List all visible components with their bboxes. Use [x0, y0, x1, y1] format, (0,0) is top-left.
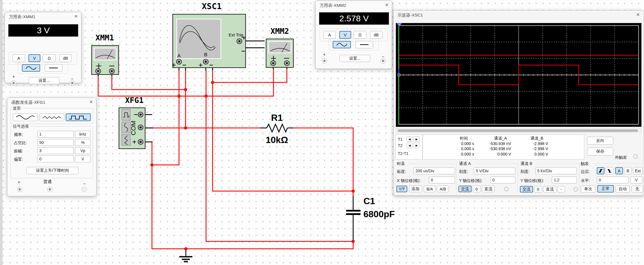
- channel-a-scale-input[interactable]: 5 V/Div: [474, 167, 515, 174]
- xmm2-mode-voltage[interactable]: V: [339, 31, 351, 39]
- channel-a-ypos-label: Y 轴位移(格):: [459, 178, 482, 183]
- sine-wave-icon: [15, 115, 36, 120]
- close-icon[interactable]: ×: [89, 99, 93, 105]
- t2-right-button[interactable]: ▶: [413, 143, 420, 148]
- xmm2-plus-label: +: [323, 52, 326, 57]
- xfg1-dialog-title: 函数发生器-XFG1: [11, 100, 45, 105]
- xfg1-ref-label: XFG1: [125, 96, 143, 105]
- falling-edge-icon: [607, 169, 612, 173]
- timebase-xpos-input[interactable]: 0: [429, 177, 455, 183]
- timebase-add-button[interactable]: 添加: [409, 186, 422, 192]
- timebase-yt-button[interactable]: Y/T: [396, 186, 407, 192]
- xmm1-dc-button[interactable]: [45, 64, 62, 72]
- falling-edge-button[interactable]: [606, 167, 613, 174]
- xmm2-minus-jack: [380, 58, 386, 63]
- t2-left-button[interactable]: ◀: [406, 143, 413, 148]
- t2-t1-label: T2-T1: [398, 151, 408, 156]
- amplitude-input[interactable]: 3: [37, 147, 74, 154]
- close-icon[interactable]: ×: [385, 2, 388, 8]
- xmm2-settings-button[interactable]: 设置...: [340, 55, 370, 62]
- t1-channel-b: -2.998 V: [520, 141, 548, 146]
- trigger-group-label: 触发: [581, 161, 589, 166]
- scope-dialog-title: 示波器-XSC1: [398, 13, 423, 18]
- trigger-auto-button[interactable]: 自动: [616, 186, 630, 192]
- readout-table: 时间 通道_A 通道_B 0.000 s -530.938 nV -2.998 …: [423, 134, 584, 160]
- trigger-level-label: 水平:: [581, 178, 590, 183]
- xmm1-dialog[interactable]: 万用表-XMM1 × 3 V A V Ω dB + − 设置...: [5, 12, 81, 83]
- left-panel-edge: [0, 0, 2, 265]
- offset-input[interactable]: 0: [37, 156, 74, 162]
- xmm1-mode-ohm[interactable]: Ω: [43, 54, 56, 62]
- waveform-square-button[interactable]: [66, 113, 91, 121]
- scope-scrollbar-thumb[interactable]: [398, 129, 638, 132]
- t2-t1-channel-b: 0.000 V: [520, 152, 548, 156]
- cursor-handle-icon[interactable]: [397, 23, 402, 26]
- save-button[interactable]: 保存: [587, 148, 613, 156]
- xmm1-mode-voltage[interactable]: V: [28, 54, 40, 62]
- timebase-ab-button[interactable]: A/B: [437, 186, 449, 192]
- trigger-normal-button[interactable]: 正常: [597, 185, 614, 192]
- xmm1-ac-button[interactable]: [22, 64, 40, 72]
- channel-a-zero-button[interactable]: 0: [473, 186, 481, 192]
- trigger-source-ext-button[interactable]: Ext: [633, 167, 643, 174]
- timebase-xpos-label: X 轴位移(格):: [397, 178, 420, 183]
- trigger-single-button[interactable]: 单次: [581, 186, 596, 192]
- trigger-none-button[interactable]: 无: [631, 186, 643, 192]
- xmm2-meter-screen: [269, 42, 291, 53]
- close-icon[interactable]: ×: [636, 12, 640, 17]
- xmm2-ac-button[interactable]: [333, 41, 351, 48]
- ext-trigger-ring: [633, 154, 638, 159]
- waveform-triangle-button[interactable]: [39, 113, 64, 121]
- channel-b-ypos-input[interactable]: 1.2: [552, 177, 577, 183]
- duty-input[interactable]: 50: [37, 139, 74, 146]
- t1-left-button[interactable]: ◀: [406, 136, 413, 142]
- xmm1-ref-label: XMM1: [95, 33, 114, 42]
- timebase-scale-input[interactable]: 200 us/Div: [413, 167, 455, 174]
- xfg1-plus-label: +: [18, 180, 20, 185]
- xmm2-mode-current[interactable]: A: [323, 31, 336, 39]
- channel-a-ac-button[interactable]: 交流: [458, 186, 472, 192]
- xmm1-settings-button[interactable]: 设置...: [29, 77, 59, 84]
- trigger-source-a-button[interactable]: A: [615, 167, 623, 174]
- xmm1-plus-jack: [11, 80, 16, 86]
- trigger-source-b-button[interactable]: B: [624, 167, 632, 174]
- xsc1-ref-label: XSC1: [202, 1, 222, 11]
- waveform-sine-button[interactable]: [13, 113, 38, 121]
- channel-b-scale-input[interactable]: 5 kV/Div: [535, 167, 577, 174]
- sine-wave-icon: [336, 42, 348, 47]
- trigger-level-unit: V: [630, 177, 642, 183]
- xmm1-mode-db[interactable]: dB: [59, 54, 72, 62]
- channel-b-ac-button[interactable]: 交流: [520, 186, 533, 192]
- oscilloscope-dialog[interactable]: 示波器-XSC1 × T1 ◀ ▶ T2 ◀ ▶ T2-T1 时间 通道_A: [393, 10, 644, 196]
- flat-line-icon: [359, 43, 369, 46]
- channel-a-dc-button[interactable]: 直流: [482, 186, 495, 192]
- timebase-group-label: 时基: [397, 161, 405, 166]
- t1-right-button[interactable]: ▶: [413, 136, 420, 142]
- r1-value-label: 10kΩ: [266, 135, 288, 145]
- channel-a-ypos-input[interactable]: 0: [490, 177, 515, 183]
- rise-fall-time-button[interactable]: 设置上升/下降时间: [26, 167, 79, 174]
- duty-unit: %: [75, 139, 91, 146]
- xmm2-dialog[interactable]: 万用表-XMM2 × 2.578 V A V Ω dB + − 设置...: [315, 1, 392, 69]
- com-label: COM: [130, 121, 137, 135]
- xmm2-dc-button[interactable]: [355, 41, 373, 48]
- timebase-ba-button[interactable]: B/A: [424, 186, 436, 192]
- xmm2-mode-db[interactable]: dB: [370, 31, 382, 39]
- reverse-button[interactable]: 反向: [587, 137, 613, 145]
- trigger-level-input[interactable]: 0: [597, 177, 629, 183]
- channel-b-zero-button[interactable]: 0: [534, 186, 542, 192]
- cursor-panel: T1 ◀ ▶ T2 ◀ ▶ T2-T1: [395, 134, 423, 160]
- channel-b-minus-button[interactable]: -: [557, 186, 565, 192]
- channel-b-ypos-label: Y 轴位移(格):: [520, 178, 544, 183]
- scope-scrollbar[interactable]: [396, 128, 641, 132]
- xfg1-dialog[interactable]: 函数发生器-XFG1 × 波形 信号选项 频率: 1 kHz 占空比: 50 %…: [7, 98, 96, 196]
- channel-b-dc-button[interactable]: 直流: [543, 186, 556, 192]
- frequency-input[interactable]: 1: [37, 131, 74, 138]
- rising-edge-button[interactable]: [597, 167, 604, 174]
- scope-screen[interactable]: [396, 23, 641, 127]
- timebase-scale-label: 标度:: [397, 169, 406, 174]
- xmm2-mode-ohm[interactable]: Ω: [353, 31, 367, 39]
- t2-time: 0.000 s: [448, 146, 474, 151]
- close-icon[interactable]: ×: [74, 13, 78, 19]
- xmm1-mode-current[interactable]: A: [13, 54, 25, 62]
